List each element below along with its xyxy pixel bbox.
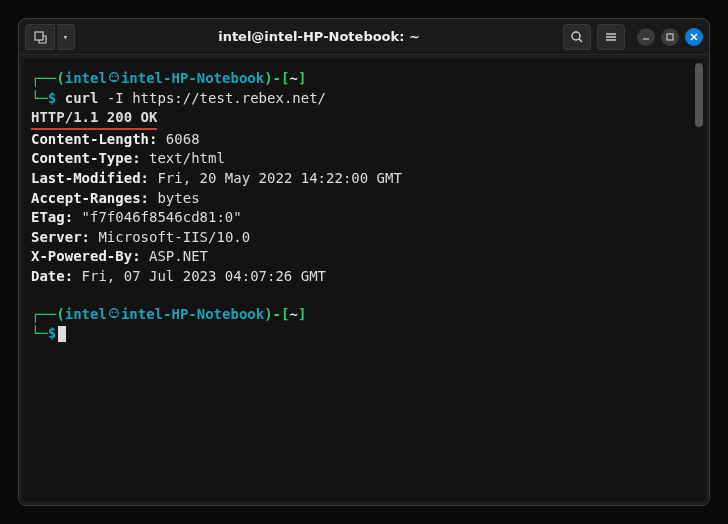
command-args: -I https://test.rebex.net/: [107, 90, 326, 106]
prompt-dollar: $: [48, 325, 56, 341]
close-button[interactable]: [685, 28, 703, 46]
minimize-button[interactable]: [637, 28, 655, 46]
svg-line-2: [579, 39, 582, 42]
titlebar-left-group: ▾: [25, 24, 75, 50]
terminal-window: ▾ intel@intel-HP-Notebook: ~: [18, 18, 710, 506]
titlebar: ▾ intel@intel-HP-Notebook: ~: [19, 19, 709, 55]
svg-rect-0: [35, 32, 43, 40]
prompt-cwd: ~: [289, 306, 297, 322]
http-status-line: HTTP/1.1 200 OK: [31, 108, 697, 130]
header-line: X-Powered-By: ASP.NET: [31, 247, 697, 267]
header-line: ETag: "f7f046f8546cd81:0": [31, 208, 697, 228]
skull-icon: [107, 71, 121, 85]
new-tab-icon: [33, 30, 47, 44]
window-title: intel@intel-HP-Notebook: ~: [79, 29, 559, 44]
svg-point-14: [111, 311, 113, 313]
prompt-user: intel: [65, 306, 107, 322]
terminal-output[interactable]: ┌──(intelintel-HP-Notebook)-[~] └─$ curl…: [23, 59, 705, 501]
header-line: Content-Length: 6068: [31, 130, 697, 150]
prompt-host: intel-HP-Notebook: [121, 306, 264, 322]
svg-point-1: [572, 32, 580, 40]
header-line: Accept-Ranges: bytes: [31, 189, 697, 209]
svg-rect-7: [667, 34, 673, 40]
minimize-icon: [641, 32, 651, 42]
maximize-icon: [665, 32, 675, 42]
command-line-empty: └─$: [31, 324, 697, 344]
svg-point-15: [115, 311, 117, 313]
search-button[interactable]: [563, 24, 591, 50]
status-text: HTTP/1.1 200 OK: [31, 108, 157, 130]
header-line: Date: Fri, 07 Jul 2023 04:07:26 GMT: [31, 267, 697, 287]
header-line: Server: Microsoft-IIS/10.0: [31, 228, 697, 248]
prompt-user: intel: [65, 70, 107, 86]
cursor: [58, 326, 66, 342]
prompt-line: ┌──(intelintel-HP-Notebook)-[~]: [31, 69, 697, 89]
header-line: Content-Type: text/html: [31, 149, 697, 169]
header-line: Last-Modified: Fri, 20 May 2022 14:22:00…: [31, 169, 697, 189]
titlebar-right-group: [563, 24, 703, 50]
skull-icon: [107, 307, 121, 321]
command-name: curl: [65, 90, 99, 106]
svg-point-12: [115, 75, 117, 77]
close-icon: [689, 32, 699, 42]
svg-point-11: [111, 75, 113, 77]
command-line: └─$ curl -I https://test.rebex.net/: [31, 89, 697, 109]
scrollbar[interactable]: [695, 63, 703, 127]
new-tab-button[interactable]: [25, 24, 55, 50]
menu-button[interactable]: [597, 24, 625, 50]
search-icon: [570, 30, 584, 44]
window-controls: [637, 28, 703, 46]
prompt-host: intel-HP-Notebook: [121, 70, 264, 86]
chevron-down-icon: ▾: [63, 32, 68, 42]
tabs-dropdown-button[interactable]: ▾: [57, 24, 75, 50]
prompt-line: ┌──(intelintel-HP-Notebook)-[~]: [31, 305, 697, 325]
maximize-button[interactable]: [661, 28, 679, 46]
hamburger-icon: [604, 30, 618, 44]
prompt-cwd: ~: [289, 70, 297, 86]
